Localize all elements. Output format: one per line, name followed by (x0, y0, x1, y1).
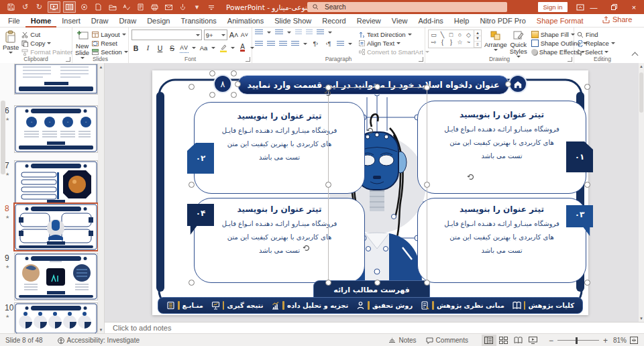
canvas-scrollbar-thumb[interactable] (639, 72, 643, 113)
format-painter-button[interactable]: Format Painter (21, 48, 72, 56)
select-button[interactable]: Select (577, 48, 615, 56)
text-direction-button[interactable]: Text Direction (359, 31, 429, 38)
fit-slide-to-window-button[interactable] (627, 335, 641, 346)
drawing-dialog-launcher[interactable] (568, 57, 572, 62)
slide-thumbnail-10[interactable] (15, 303, 97, 333)
selection-handle[interactable] (189, 280, 195, 286)
cut-button[interactable]: Cut (21, 31, 72, 38)
rotate-handle-icon[interactable] (324, 88, 332, 100)
selection-handle[interactable] (584, 182, 590, 188)
tab-transitions[interactable]: Transitions (175, 14, 221, 27)
rotate-handle-icon[interactable] (303, 243, 311, 255)
close-button[interactable]: × (624, 0, 644, 14)
footer-item-data-analysis[interactable]: تجزیه و تحلیل داده (271, 301, 348, 310)
canvas-scrollbar[interactable]: ▲ ▼ (639, 63, 644, 322)
italic-button[interactable]: I (144, 44, 152, 53)
footer-item-references[interactable]: منـابـع (166, 301, 203, 310)
align-text-button[interactable]: Align Text (359, 40, 429, 47)
font-name-combo[interactable] (131, 30, 202, 40)
tab-design[interactable]: Design (142, 14, 175, 27)
tab-draw-1[interactable]: Draw (86, 14, 114, 27)
slide-thumbnail-6[interactable]: ◦◦◦◦ (15, 106, 97, 152)
slide-thumbnail-5[interactable] (15, 64, 97, 94)
paste-dropdown[interactable] (9, 52, 13, 54)
selection-handle[interactable] (505, 81, 511, 87)
thumbnail-scrollbar[interactable] (98, 63, 104, 333)
content-card-04[interactable]: تیتر عنوان را بنویسید فروشگاه مینـارو ار… (194, 198, 365, 283)
paragraph-dialog-launcher[interactable] (419, 57, 423, 62)
share-button[interactable]: Share (602, 15, 632, 23)
footer-item-research-overview[interactable]: کلیات پژوهش (513, 301, 574, 310)
tab-animations[interactable]: Animations (222, 14, 269, 27)
shapes-gallery[interactable]: ▭╲□○◇ ⇨{}☆~ (428, 30, 474, 48)
canvas-scroll-down-icon[interactable]: ▼ (639, 316, 644, 321)
selection-handle[interactable] (189, 84, 195, 90)
selection-handle[interactable] (209, 92, 215, 98)
ltr-direction-icon[interactable]: ¶› (311, 39, 320, 48)
notes-toggle[interactable]: Notes (388, 337, 416, 344)
quick-styles-button[interactable]: Quick Styles (510, 30, 527, 58)
normal-view-icon[interactable] (63, 1, 76, 13)
tab-review[interactable]: Review (352, 14, 386, 27)
tab-nitro-pdf[interactable]: Nitro PDF Pro (474, 14, 531, 27)
increase-indent-icon[interactable] (306, 30, 313, 36)
slideshow-view-button[interactable] (526, 335, 541, 346)
underline-button[interactable]: U (156, 44, 164, 53)
slide-sorter-view-button[interactable] (496, 335, 511, 346)
shapes-gallery-scroll[interactable]: ▲▼≡ (474, 30, 482, 48)
numbering-icon[interactable] (275, 30, 283, 36)
footer-item-conclusion[interactable]: نتیجه گیری (211, 301, 263, 310)
selection-handle[interactable] (325, 280, 331, 286)
selection-handle[interactable] (189, 182, 195, 188)
increase-font-icon[interactable]: A˄ (229, 30, 238, 40)
align-left-icon[interactable] (255, 41, 263, 47)
content-card-02[interactable]: تیتر عنوان را بنویسید فروشگاه مینـارو ار… (194, 102, 365, 194)
normal-view-button[interactable] (482, 335, 496, 346)
font-dialog-launcher[interactable] (246, 57, 250, 62)
selection-handle[interactable] (231, 70, 237, 76)
thumbnail-scrollbar-thumb[interactable] (1, 101, 5, 174)
touch-mode-icon[interactable] (177, 2, 189, 12)
content-card-03[interactable]: تیتر عنوان را بنویسید فروشگاه مینـارو ار… (417, 198, 586, 283)
zoom-slider-thumb[interactable] (576, 337, 578, 344)
bullets-icon[interactable] (255, 30, 263, 36)
line-spacing-icon[interactable] (317, 30, 324, 36)
search-box[interactable]: Search (307, 2, 507, 12)
slide-counter[interactable]: Slide 8 of 48 (5, 337, 43, 344)
slide-title-bar[interactable]: عنوان دلخواه اسلاید خود را میتوانید در ا… (237, 75, 509, 95)
copy-button[interactable]: Copy (21, 40, 72, 47)
arrange-button[interactable]: Arrange (484, 30, 507, 51)
font-size-combo[interactable]: 9+ (204, 30, 227, 40)
print-preview-icon[interactable] (135, 2, 146, 12)
canvas-scroll-up-icon[interactable]: ▲ (639, 63, 644, 68)
selection-handle[interactable] (584, 84, 590, 90)
selection-handle[interactable] (374, 84, 380, 90)
selection-handle[interactable] (584, 280, 590, 286)
zoom-out-button[interactable]: − (549, 336, 553, 345)
selection-handle[interactable] (424, 84, 430, 91)
character-spacing-button[interactable]: AV (180, 43, 189, 53)
notes-pane[interactable]: Click to add notes (105, 322, 644, 333)
selection-handle[interactable] (325, 182, 331, 188)
align-right-icon[interactable] (279, 41, 287, 47)
tab-shape-format[interactable]: Shape Format (531, 14, 589, 27)
footer-item-theoretical-basis[interactable]: مبانی نظری پژوهش (421, 301, 504, 310)
justify-icon[interactable] (291, 41, 299, 47)
new-file-icon[interactable] (93, 2, 104, 12)
align-center-icon[interactable] (267, 41, 275, 47)
tab-draw-2[interactable]: Draw (113, 14, 142, 27)
tab-file[interactable]: File (3, 14, 25, 27)
thumbnail-scroll-down-icon[interactable]: ▼ (98, 326, 104, 333)
spelling-icon[interactable] (121, 2, 132, 12)
tab-slide-show[interactable]: Slide Show (269, 14, 317, 27)
section-button[interactable]: Section (92, 48, 128, 56)
selection-handle[interactable] (231, 92, 237, 98)
selection-handle[interactable] (424, 280, 430, 286)
redo-icon[interactable]: ↻ (34, 2, 45, 12)
change-case-button[interactable]: Aa (199, 44, 208, 53)
designer-icon[interactable] (78, 2, 90, 12)
selection-handle[interactable] (424, 182, 430, 188)
strikethrough-button[interactable]: S (168, 44, 176, 53)
qat-customize-icon[interactable] (205, 2, 217, 12)
slide-thumbnail-9[interactable] (15, 253, 97, 300)
